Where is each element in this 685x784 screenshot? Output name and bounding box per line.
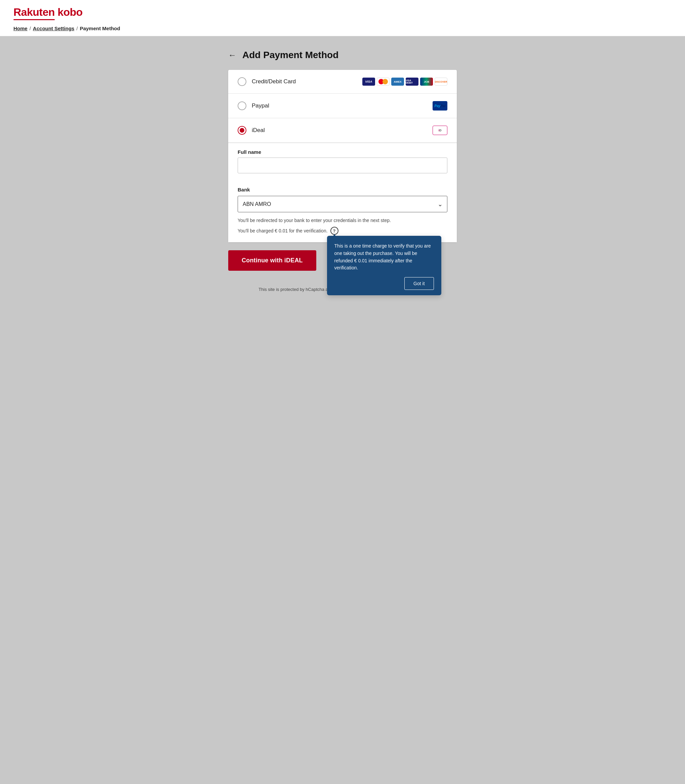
footer-text: This site is protected by hCaptcha and i… — [258, 287, 338, 292]
bank-select[interactable]: ABN AMRO ASN Bank Bunq ING Knab Moneyou … — [238, 196, 447, 212]
amex-icon: AMEX — [391, 78, 404, 86]
paypal-label: Paypal — [252, 102, 427, 109]
redirect-note: You'll be redirected to your bank to ent… — [238, 217, 447, 224]
ideal-label: iDeal — [252, 127, 427, 134]
info-circle-button[interactable]: ? — [330, 227, 338, 235]
got-it-button[interactable]: Got it — [404, 277, 433, 290]
breadcrumb-current: Payment Method — [80, 26, 120, 31]
radio-ideal[interactable] — [238, 126, 247, 135]
breadcrumb-sep-2: / — [76, 26, 78, 31]
payment-option-ideal[interactable]: iDeal iD — [228, 118, 457, 143]
visa-icon: VISA — [362, 78, 375, 86]
tooltip-text: This is a one time charge to verify that… — [334, 243, 431, 271]
ideal-icons: iD — [433, 126, 447, 135]
breadcrumb-sep-1: / — [29, 26, 31, 31]
main-content: ← Add Payment Method Credit/Debit Card V… — [0, 36, 685, 305]
fullname-label: Full name — [238, 149, 447, 155]
info-circle-wrapper: ? This is a one time charge to verify th… — [330, 227, 338, 235]
payment-option-paypal[interactable]: Paypal PayPal — [228, 94, 457, 118]
bank-select-wrapper: ABN AMRO ASN Bank Bunq ING Knab Moneyou … — [238, 196, 447, 212]
radio-paypal[interactable] — [238, 102, 247, 110]
tooltip-got-it-row: Got it — [334, 277, 434, 290]
payment-option-credit-debit[interactable]: Credit/Debit Card VISA AMEX VISA DEBIT J… — [228, 70, 457, 94]
fullname-section: Full name — [228, 143, 457, 181]
header: Rakuten kobo Home / Account Settings / P… — [0, 0, 685, 36]
logo: Rakuten kobo — [13, 6, 672, 20]
back-button[interactable]: ← — [228, 50, 236, 60]
logo-text: Rakuten kobo — [13, 6, 83, 18]
page-header: ← Add Payment Method — [228, 50, 457, 60]
radio-credit-debit[interactable] — [238, 77, 247, 86]
continue-with-ideal-button[interactable]: Continue with iDEAL — [228, 250, 316, 271]
paypal-icon: PayPal — [433, 101, 447, 110]
breadcrumb-account-settings[interactable]: Account Settings — [33, 26, 74, 31]
ideal-payment-icon: iD — [433, 126, 447, 135]
discover-icon: DISCOVER — [435, 78, 447, 86]
breadcrumb: Home / Account Settings / Payment Method — [13, 26, 672, 31]
credit-card-icons: VISA AMEX VISA DEBIT JCB DISCOVER — [362, 78, 447, 86]
logo-underline — [13, 19, 55, 20]
bank-section: Bank ABN AMRO ASN Bank Bunq ING Knab Mon… — [228, 181, 457, 242]
jcb-icon: JCB — [420, 78, 433, 86]
paypal-icons: PayPal — [433, 101, 447, 110]
charge-note-text: You'll be charged € 0.01 for the verific… — [238, 228, 328, 233]
credit-debit-label: Credit/Debit Card — [252, 78, 357, 85]
mastercard-icon — [377, 78, 390, 86]
radio-ideal-inner — [240, 128, 244, 133]
page-title: Add Payment Method — [242, 50, 338, 60]
fullname-input[interactable] — [238, 157, 447, 173]
bank-label: Bank — [238, 187, 447, 193]
tooltip-box: This is a one time charge to verify that… — [327, 236, 442, 295]
payment-method-card: Credit/Debit Card VISA AMEX VISA DEBIT J… — [228, 70, 457, 242]
visa-debit-icon: VISA DEBIT — [406, 78, 419, 86]
breadcrumb-home[interactable]: Home — [13, 26, 28, 31]
charge-note-row: You'll be charged € 0.01 for the verific… — [238, 227, 447, 235]
